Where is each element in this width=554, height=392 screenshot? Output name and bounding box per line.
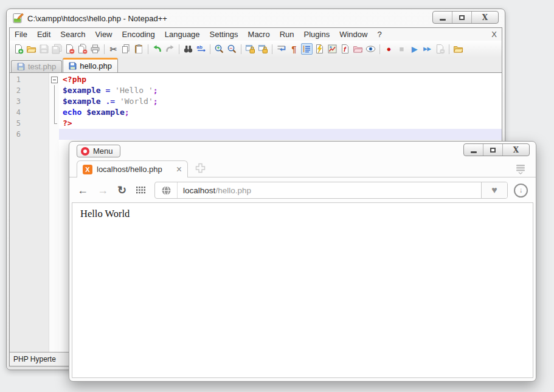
save-all-icon[interactable] (51, 43, 63, 55)
show-indent-guide-icon[interactable] (301, 43, 313, 55)
toolbar-separator (148, 44, 148, 54)
window-title: C:\xampp\htdocs\hello.php - Notepad++ (27, 14, 167, 23)
menu-item-file[interactable]: File (10, 29, 32, 40)
toolbar-separator (210, 44, 210, 54)
close-button[interactable]: X (472, 12, 498, 23)
macro-stop-icon[interactable]: ■ (396, 43, 407, 55)
notepadpp-app-icon (12, 13, 24, 24)
editor-tab-hello-php[interactable]: hello.php (63, 58, 118, 72)
menu-item-window[interactable]: Window (334, 29, 372, 40)
xampp-favicon: X (83, 165, 92, 174)
menu-item-help[interactable]: ? (372, 29, 386, 40)
menu-item-view[interactable]: View (91, 29, 117, 40)
fold-line[interactable] (49, 85, 59, 96)
cut-icon[interactable]: ✂ (108, 43, 119, 55)
toolbar-separator (179, 44, 179, 54)
notepad-titlebar[interactable]: C:\xampp\htdocs\hello.php - Notepad++ X (7, 9, 505, 27)
opera-toolbar: ← → ↻ localhost/hello.php ♥ (69, 177, 536, 203)
save-file-icon[interactable] (38, 43, 50, 55)
reload-button[interactable]: ↻ (117, 185, 126, 196)
tab-menu-icon[interactable] (515, 164, 526, 174)
line-number: 4 (10, 108, 21, 117)
speed-dial-icon[interactable] (136, 186, 146, 194)
function-list-icon[interactable]: f (339, 43, 351, 55)
minimize-button[interactable] (464, 144, 483, 156)
minimize-icon (440, 19, 446, 21)
tab-label: hello.php (80, 61, 112, 70)
download-button[interactable]: ↓ (514, 184, 528, 198)
minimize-icon (471, 151, 477, 153)
fold-end[interactable] (49, 118, 59, 129)
tab-title: localhost/hello.php (97, 165, 162, 174)
tab-label: test.php (28, 62, 56, 71)
toolbar-separator (379, 44, 380, 54)
menu-item-edit[interactable]: Edit (32, 29, 55, 40)
macro-record-icon[interactable]: ● (383, 43, 395, 55)
browser-page-content: Hello World (72, 202, 533, 378)
code-line-2: 2$example = 'Hello '; (10, 85, 502, 96)
fold-collapse-icon[interactable] (49, 74, 59, 85)
close-file-icon[interactable] (64, 43, 75, 55)
desktop: { "colors": { "accent_orange": "#f9a13a"… (0, 0, 554, 392)
toolbar-separator (104, 44, 105, 54)
menu-item-search[interactable]: Search (55, 29, 90, 40)
editor-tab-test-php[interactable]: test.php (11, 60, 62, 72)
macro-play-icon[interactable]: ▶ (409, 43, 420, 55)
close-icon: X (513, 146, 519, 154)
tab-close-icon[interactable]: × (176, 165, 182, 174)
menu-item-run[interactable]: Run (275, 29, 299, 40)
url-host: localhost (183, 186, 215, 195)
back-button[interactable]: ← (77, 185, 88, 196)
word-wrap-icon[interactable] (275, 43, 287, 55)
forward-button[interactable]: → (97, 185, 108, 196)
minimize-button[interactable] (433, 12, 452, 23)
restore-button[interactable] (483, 144, 503, 156)
url-text[interactable]: localhost/hello.php (178, 186, 251, 195)
menu-item-plugins[interactable]: Plugins (299, 29, 335, 40)
browser-tab[interactable]: X localhost/hello.php × (77, 160, 188, 177)
menu-item-settings[interactable]: Settings (205, 29, 243, 40)
fold-margin-empty[interactable] (49, 129, 59, 140)
print-icon[interactable] (89, 43, 101, 55)
doc-switcher-icon[interactable] (314, 43, 325, 55)
address-bar[interactable]: localhost/hello.php ♥ (154, 182, 508, 199)
zoom-in-icon[interactable]: + (213, 43, 225, 55)
restore-icon (490, 148, 496, 153)
copy-icon[interactable] (120, 43, 132, 55)
macro-save-icon[interactable] (434, 43, 446, 55)
show-all-characters-icon[interactable]: ¶ (288, 43, 300, 55)
open-containing-folder-icon[interactable] (452, 43, 464, 55)
paste-icon[interactable] (133, 43, 145, 55)
bookmark-heart-button[interactable]: ♥ (481, 182, 507, 198)
replace-icon[interactable]: ab (195, 43, 207, 55)
redo-icon[interactable] (164, 43, 176, 55)
saved-file-icon (17, 63, 25, 70)
opera-window: Menu X X localhost/hello.php × (69, 141, 536, 382)
menubar-close-icon[interactable]: X (491, 30, 497, 39)
new-file-icon[interactable] (13, 43, 24, 55)
folder-as-workspace-icon[interactable] (352, 43, 364, 55)
open-file-icon[interactable] (26, 43, 37, 55)
opera-menu-button[interactable]: Menu (77, 145, 120, 157)
sync-horizontal-scroll-icon[interactable] (257, 43, 269, 55)
opera-titlebar[interactable]: Menu X (69, 142, 536, 158)
new-tab-button[interactable] (195, 162, 206, 174)
opera-window-controls: X (463, 143, 530, 156)
find-icon[interactable] (182, 43, 194, 55)
code-line-1: 1<?php (10, 74, 502, 85)
close-button[interactable]: X (503, 144, 529, 156)
macro-run-multiple-icon[interactable]: ▶▶ (421, 43, 433, 55)
code-text: <?php (59, 74, 502, 85)
monitoring-icon[interactable] (365, 43, 376, 55)
fold-line[interactable] (49, 107, 59, 118)
restore-button[interactable] (452, 12, 472, 23)
menu-item-encoding[interactable]: Encoding (117, 29, 160, 40)
document-map-icon[interactable] (327, 43, 338, 55)
menu-item-language[interactable]: Language (160, 29, 205, 40)
zoom-out-icon[interactable]: − (226, 43, 238, 55)
undo-icon[interactable] (151, 43, 163, 55)
menu-item-macro[interactable]: Macro (243, 29, 275, 40)
fold-line[interactable] (49, 96, 59, 107)
close-all-files-icon[interactable] (77, 43, 88, 55)
sync-vertical-scroll-icon[interactable] (244, 43, 256, 55)
